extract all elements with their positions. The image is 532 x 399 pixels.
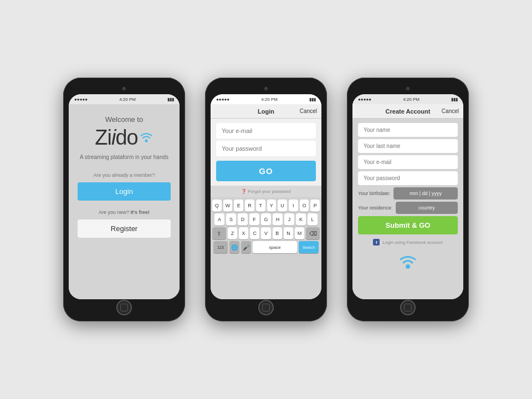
signal-2: ●●●●● [216,97,229,102]
key-h[interactable]: H [273,213,283,226]
new-user-text: Are you new? It's free! [99,209,150,215]
logo-wifi-icon [139,130,154,145]
signal-3: ●●●●● [358,97,371,102]
login-cancel-button[interactable]: Cancel [300,108,317,114]
zildo-icon-small [358,252,458,272]
home-button-2[interactable] [258,300,274,315]
logo-dot: i [111,127,115,148]
key-mic[interactable]: 🎤 [241,241,251,253]
key-y[interactable]: Y [267,200,277,212]
residence-label: Your residence: [358,205,392,211]
register-form: Your birthdate: mm | dd | yyyy Your resi… [352,119,463,299]
logo-do: do [115,127,137,148]
keyboard-row-2: A S D F G H J K L [212,213,320,226]
phone-bottom-3 [352,299,463,316]
status-bar-1: ●●●●● 4:20 PM ▮▮▮ [69,94,180,104]
login-button[interactable]: Login [78,182,171,201]
lastname-input[interactable] [358,139,458,153]
time-3: 4:20 PM [403,97,420,102]
email-input-reg[interactable] [358,155,458,169]
key-b[interactable]: B [273,227,282,239]
key-m[interactable]: M [295,227,304,239]
name-input[interactable] [358,123,458,137]
welcome-text: Welcome to [105,115,143,124]
home-button-1[interactable] [116,300,132,315]
birthdate-row: Your birthdate: mm | dd | yyyy [358,187,458,200]
battery-1: ▮▮▮ [167,97,174,102]
forgot-password: ❓ Forgot your password [211,186,321,197]
birthdate-label: Your birthdate: [358,191,390,196]
phone-login: ●●●●● 4:20 PM ▮▮▮ Login Cancel GO ❓ Forg… [205,78,327,321]
birthdate-input[interactable]: mm | dd | yyyy [393,187,458,200]
country-input[interactable]: country [396,202,458,214]
key-q[interactable]: Q [212,200,222,212]
keyboard-row-1: Q W E R T Y U I O P [212,200,320,212]
key-f[interactable]: F [249,213,259,226]
key-j[interactable]: J [284,213,294,226]
key-s[interactable]: S [226,213,236,226]
key-z[interactable]: Z [228,227,237,239]
key-c[interactable]: C [250,227,259,239]
keyboard-row-4: 123 🌐 🎤 space Search [212,241,320,253]
key-g[interactable]: G [261,213,271,226]
phone-bottom-2 [211,299,321,316]
logo-container: Zi i do [95,127,153,148]
key-search[interactable]: Search [299,241,319,253]
key-w[interactable]: W [223,200,233,212]
logo-text: Zi [95,127,111,148]
phone-bottom-1 [69,299,180,316]
key-shift[interactable]: ⇧ [212,227,226,239]
key-d[interactable]: D [238,213,248,226]
register-cancel-button[interactable]: Cancel [442,108,459,114]
key-i[interactable]: I [289,200,298,212]
key-t[interactable]: T [256,200,265,212]
key-p[interactable]: P [310,200,320,212]
camera-1 [122,87,126,90]
key-e[interactable]: E [234,200,243,212]
camera-2 [264,87,268,90]
already-member-text: Are you already a member? [93,172,155,178]
phone-welcome: ●●●●● 4:20 PM ▮▮▮ Welcome to Zi i do [63,78,185,321]
go-button[interactable]: GO [216,161,316,181]
login-nav-bar: Login Cancel [211,104,321,119]
home-button-3[interactable] [400,300,416,315]
key-r[interactable]: R [245,200,254,212]
facebook-icon: f [373,239,380,245]
key-delete[interactable]: ⌫ [306,227,320,239]
phone-screen-2: ●●●●● 4:20 PM ▮▮▮ Login Cancel GO ❓ Forg… [211,94,321,299]
key-globe[interactable]: 🌐 [229,241,239,253]
login-form: GO [211,119,321,186]
key-v[interactable]: V [261,227,270,239]
key-123[interactable]: 123 [213,241,228,253]
home-button-inner-1 [120,304,128,311]
key-k[interactable]: K [296,213,306,226]
phones-container: ●●●●● 4:20 PM ▮▮▮ Welcome to Zi i do [63,78,469,321]
phone-top-2 [211,83,321,94]
home-button-inner-3 [404,304,412,311]
key-n[interactable]: N [284,227,293,239]
tagline: A streaming plataform in your hands [80,154,168,161]
key-a[interactable]: A [214,213,224,226]
phone-top-1 [69,83,180,94]
svg-point-0 [145,139,147,142]
key-o[interactable]: O [300,200,309,212]
time-2: 4:20 PM [261,97,278,102]
status-bar-3: ●●●●● 4:20 PM ▮▮▮ [352,94,463,104]
key-u[interactable]: U [278,200,287,212]
camera-3 [406,87,410,90]
password-input-reg[interactable] [358,171,458,185]
register-nav-title: Create Account [386,108,431,115]
facebook-login[interactable]: f Login using Facebook account [358,237,458,248]
submit-button[interactable]: Submit & GO [358,216,458,234]
key-space[interactable]: space [253,241,297,253]
password-input[interactable] [216,141,316,156]
phone-screen-1: ●●●●● 4:20 PM ▮▮▮ Welcome to Zi i do [69,94,180,299]
key-x[interactable]: X [239,227,248,239]
battery-2: ▮▮▮ [309,97,316,102]
residence-row: Your residence: country [358,202,458,214]
email-input[interactable] [216,123,316,139]
battery-3: ▮▮▮ [451,97,458,102]
key-l[interactable]: L [308,213,318,226]
facebook-text: Login using Facebook account [382,240,443,245]
register-button[interactable]: Register [78,219,171,238]
